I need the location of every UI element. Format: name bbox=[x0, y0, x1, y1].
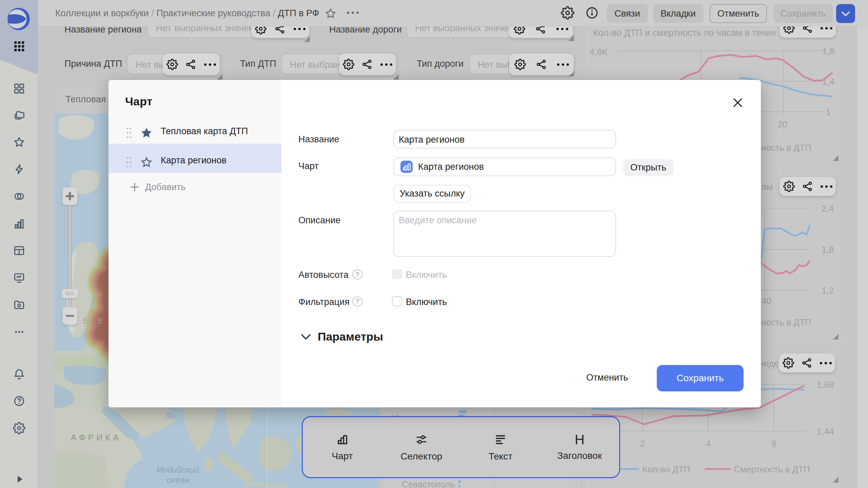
svg-text:АФРИКА: АФРИКА bbox=[71, 433, 121, 442]
svg-text:океан: океан bbox=[167, 475, 190, 485]
svg-text:Индийский: Индийский bbox=[157, 465, 199, 474]
